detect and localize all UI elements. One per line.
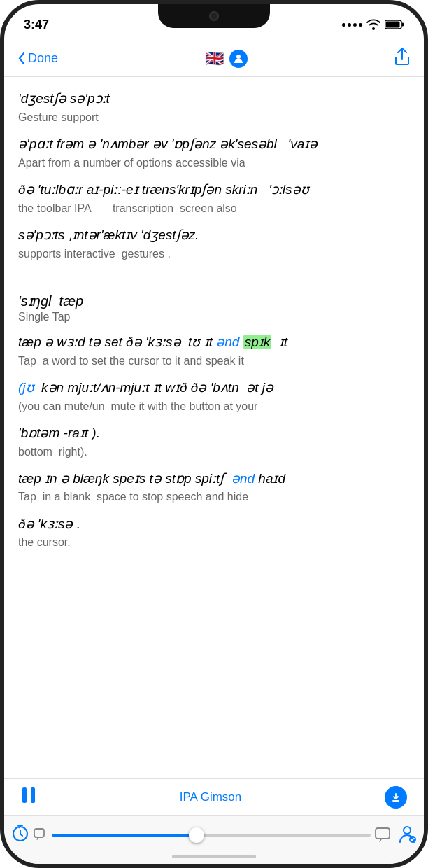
signal-dot-3 (353, 23, 357, 27)
block-tap-blank: tæp ɪn ə blæŋk speɪs tə stɒp spiːtʃ ənd … (18, 470, 410, 505)
section-single-tap: 'sɪŋgl tæp Single Tap (18, 293, 410, 323)
ipa-supports: sə'pɔːts ˌɪntər'æktɪv 'dʒestʃəz. (18, 226, 410, 245)
en-gesture: Gesture support (18, 110, 410, 125)
block-tap-word: tæp ə wɜːd tə set ðə 'kɜːsə tʊ ɪt ənd sp… (18, 333, 410, 369)
signal-dots (342, 23, 362, 27)
nav-bar: Done 🇬🇧 (4, 41, 424, 77)
svg-point-3 (236, 55, 241, 59)
speech-large-icon (375, 827, 393, 843)
person-nav-button[interactable] (397, 824, 417, 846)
pause-icon (21, 786, 36, 804)
en-bottom-right: bottom right). (18, 444, 410, 460)
block-cursor: ðə 'kɜːsə . the cursor. (18, 515, 410, 551)
block-toolbar: ðə 'tuːlbɑːr aɪ-piː:-eɪ træns'krɪpʃən sk… (18, 181, 410, 216)
signal-dot-2 (348, 23, 351, 27)
notch (158, 4, 270, 28)
svg-rect-9 (376, 828, 390, 839)
wifi-icon (366, 19, 380, 30)
timer-icon (11, 824, 29, 842)
svg-rect-4 (22, 788, 27, 803)
signal-dot-1 (342, 23, 345, 27)
dialect-icon[interactable] (229, 50, 248, 68)
svg-rect-1 (386, 22, 400, 28)
ipa-tap-blank: tæp ɪn ə blæŋk speɪs tə stɒp spiːtʃ ənd … (18, 470, 410, 489)
nav-center: 🇬🇧 (205, 50, 248, 68)
speed-slider[interactable] (52, 834, 371, 836)
svg-rect-5 (31, 788, 35, 803)
svg-point-10 (404, 827, 411, 834)
toolbar-center-label: IPA Gimson (180, 790, 242, 804)
ipa-apart: ə'pɑːt frəm ə 'nʌmbər əv 'ɒpʃənz ək'sesə… (18, 135, 410, 154)
status-icons (342, 19, 404, 30)
en-toolbar: the toolbar IPA transcription screen als… (18, 201, 410, 216)
home-indicator (172, 855, 256, 858)
ipa-toolbar: ðə 'tuːlbɑːr aɪ-piː:-eɪ træns'krɪpʃən sk… (18, 181, 410, 200)
main-content: 'dʒestʃə sə'pɔːt Gesture support ə'pɑːt … (4, 77, 424, 739)
en-cursor: the cursor. (18, 535, 410, 550)
download-icon (390, 791, 402, 804)
battery-icon (385, 20, 404, 29)
en-supports: supports interactive gestures . (18, 246, 410, 262)
spik-highlight: spɪk (243, 335, 272, 349)
svg-rect-8 (34, 829, 44, 837)
ipa-single-tap: 'sɪŋgl tæp (18, 293, 410, 309)
en-mute: (you can mute/un mute it with the button… (18, 399, 410, 414)
en-apart: Apart from a number of options accessibl… (18, 155, 410, 171)
speech-small-icon (34, 828, 48, 842)
paren-blue: (jʊ (18, 380, 34, 395)
camera (209, 11, 219, 21)
en-tap-blank: Tap in a blank space to stop speech and … (18, 489, 410, 505)
share-icon (394, 48, 410, 66)
status-time: 3:47 (24, 18, 49, 32)
slider-area (34, 827, 393, 843)
person-icon (234, 54, 243, 64)
phone-frame: 3:47 (0, 0, 428, 868)
en-single-tap: Single Tap (18, 311, 410, 323)
and-blue-2: ənd (231, 471, 255, 486)
block-gesture: 'dʒestʃə sə'pɔːt Gesture support (18, 90, 410, 125)
block-bottom-right: 'bɒtəm -raɪt ). bottom right). (18, 424, 410, 460)
person-check-icon (397, 824, 417, 844)
flag-icon: 🇬🇧 (205, 50, 224, 68)
slider-thumb[interactable] (189, 827, 204, 843)
ipa-cursor: ðə 'kɜːsə . (18, 515, 410, 534)
svg-rect-2 (402, 23, 404, 27)
signal-dot-4 (359, 23, 362, 27)
pause-button[interactable] (21, 786, 36, 808)
done-button[interactable]: Done (18, 51, 58, 66)
ipa-gesture: 'dʒestʃə sə'pɔːt (18, 90, 410, 108)
speed-icon[interactable] (11, 824, 29, 846)
block-mute: (jʊ kən mjuːt/ʌn-mjuːt ɪt wɪð ðə 'bʌtn ə… (18, 379, 410, 414)
block-supports: sə'pɔːts ˌɪntər'æktɪv 'dʒestʃəz. support… (18, 226, 410, 262)
ipa-mute: (jʊ kən mjuːt/ʌn-mjuːt ɪt wɪð ðə 'bʌtn ə… (18, 379, 410, 398)
done-label: Done (28, 51, 58, 66)
block-apart: ə'pɑːt frəm ə 'nʌmbər əv 'ɒpʃənz ək'sesə… (18, 135, 410, 171)
ipa-bottom-right: 'bɒtəm -raɪt ). (18, 424, 410, 443)
chevron-left-icon (18, 52, 25, 64)
share-button[interactable] (394, 48, 410, 69)
bottom-toolbar: IPA Gimson (4, 778, 424, 815)
download-button[interactable] (385, 786, 407, 808)
en-tap-word: Tap a word to set the cursor to it and s… (18, 354, 410, 369)
ipa-tap-word: tæp ə wɜːd tə set ðə 'kɜːsə tʊ ɪt ənd sp… (18, 333, 410, 352)
and-blue-1: ənd (216, 335, 239, 349)
